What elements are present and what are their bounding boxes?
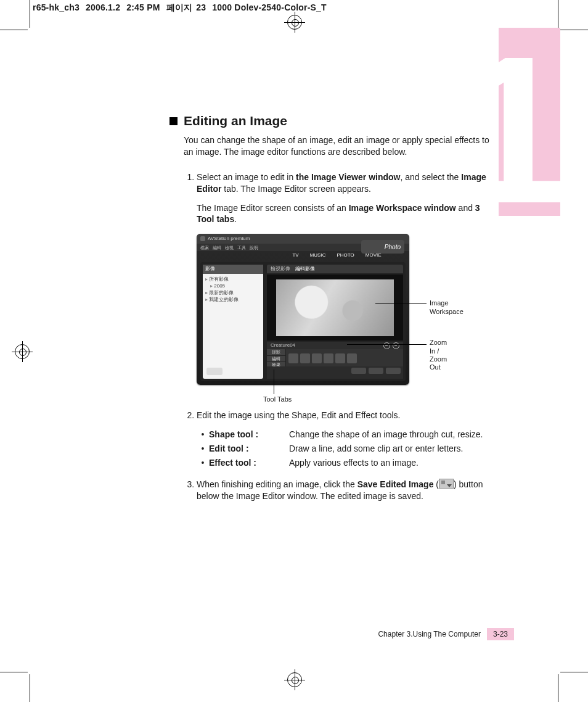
sidebar-item: 2005 xyxy=(205,283,261,290)
tool-desc: Draw a line, add some clip art or enter … xyxy=(289,443,463,455)
zoom-in-icon xyxy=(393,342,399,349)
crop-line xyxy=(558,674,558,702)
tool-tabs: 形狀 編輯 效果 xyxy=(267,349,286,368)
callout-line xyxy=(375,303,427,304)
tool-button-icon xyxy=(312,353,322,363)
tool-button-icon xyxy=(288,353,298,363)
tool-desc: Change the shape of an image through cut… xyxy=(289,429,483,440)
step-1: Select an image to edit in the Image Vie… xyxy=(197,171,490,386)
app-title: AVStation premium xyxy=(208,236,250,242)
registration-mark xyxy=(287,672,302,687)
crop-line xyxy=(560,672,588,672)
hdr-file: r65-hk_ch3 xyxy=(33,2,80,12)
bottom-bar xyxy=(267,366,403,379)
callout-tool-tabs: Tool Tabs xyxy=(263,395,292,403)
registration-mark xyxy=(15,344,30,359)
step-2: Edit the image using the Shape, Edit and… xyxy=(197,410,490,469)
tool-name: Edit tool : xyxy=(209,443,289,455)
heading-square-bullet-icon xyxy=(169,117,178,125)
tool-button-icon xyxy=(347,353,357,363)
sidebar-item: 所有影像 xyxy=(205,276,261,283)
preview-image xyxy=(276,279,393,336)
callout-image-workspace: Image Workspace xyxy=(430,299,463,315)
tool-band: 形狀 編輯 效果 xyxy=(267,349,403,368)
registration-mark xyxy=(287,15,302,30)
app-icon xyxy=(200,236,205,241)
bottom-button xyxy=(386,368,401,374)
bottom-button xyxy=(369,368,383,374)
zoom-out-icon xyxy=(383,342,390,349)
page-footer: Chapter 3.Using The Computer 3-23 xyxy=(372,628,514,640)
sidebar-add-button xyxy=(206,368,223,375)
tool-desc: Apply various effects to an image. xyxy=(289,457,419,469)
sidebar-item: 最新的影像 xyxy=(205,290,261,297)
crop-line xyxy=(30,0,30,28)
crop-line xyxy=(0,30,28,30)
tool-button-icon xyxy=(324,353,333,363)
tool-name: Effect tool : xyxy=(209,457,289,469)
hdr-ko-label: 페이지 xyxy=(166,2,193,14)
tool-button-icon xyxy=(335,353,345,363)
tool-name: Shape tool : xyxy=(209,429,289,440)
step-3: When finishing editing an image, click t… xyxy=(197,479,490,502)
status-filename: Creature04 xyxy=(271,342,295,349)
image-workspace xyxy=(267,275,403,341)
tool-descriptions: • Shape tool : Change the shape of an im… xyxy=(197,429,490,469)
hdr-time: 2:45 PM xyxy=(126,2,160,12)
hdr-date: 2006.1.2 xyxy=(86,2,120,12)
callout-line xyxy=(274,370,274,394)
chapter-color-tab: 1 xyxy=(499,28,560,216)
mode-tabs: TV MUSIC PHOTO MOVIE xyxy=(271,251,403,260)
editor-tabs: 檢視影像 編輯影像 xyxy=(267,265,403,273)
sidebar: 影像 所有影像 2005 最新的影像 我建立的影像 xyxy=(203,265,263,379)
embedded-screenshot: AVStation premium 檔案 編輯 檢視 工具 說明 Photo xyxy=(197,234,409,385)
save-edited-image-icon xyxy=(439,479,454,489)
footer-chapter-label: Chapter 3.Using The Computer xyxy=(372,628,487,640)
footer-page-number: 3-23 xyxy=(487,628,514,640)
sidebar-header: 影像 xyxy=(203,265,263,274)
print-proof-header: r65-hk_ch3 2006.1.2 2:45 PM 페이지23 1000 D… xyxy=(33,2,330,14)
status-row: Creature04 xyxy=(267,342,403,349)
tool-buttons xyxy=(286,349,403,368)
bullet-dot-icon: • xyxy=(197,443,209,455)
intro-paragraph: You can change the shape of an image, ed… xyxy=(184,134,490,158)
bottom-button xyxy=(351,368,366,374)
callout-zoom: Zoom In / Zoom Out xyxy=(430,339,447,371)
bullet-dot-icon: • xyxy=(197,457,209,469)
main-content: Editing an Image You can change the shap… xyxy=(169,114,490,512)
bullet-dot-icon: • xyxy=(197,429,209,440)
crop-line xyxy=(30,674,30,702)
zoom-controls xyxy=(383,342,399,349)
hdr-ko-num: 23 xyxy=(196,2,206,12)
hdr-profile: 1000 Dolev-2540-Color-S_T xyxy=(212,2,327,12)
section-heading: Editing an Image xyxy=(184,114,287,128)
crop-line xyxy=(560,30,588,30)
sidebar-item: 我建立的影像 xyxy=(205,297,261,304)
callout-line xyxy=(347,344,427,345)
crop-line xyxy=(0,672,28,672)
tool-button-icon xyxy=(300,353,310,363)
